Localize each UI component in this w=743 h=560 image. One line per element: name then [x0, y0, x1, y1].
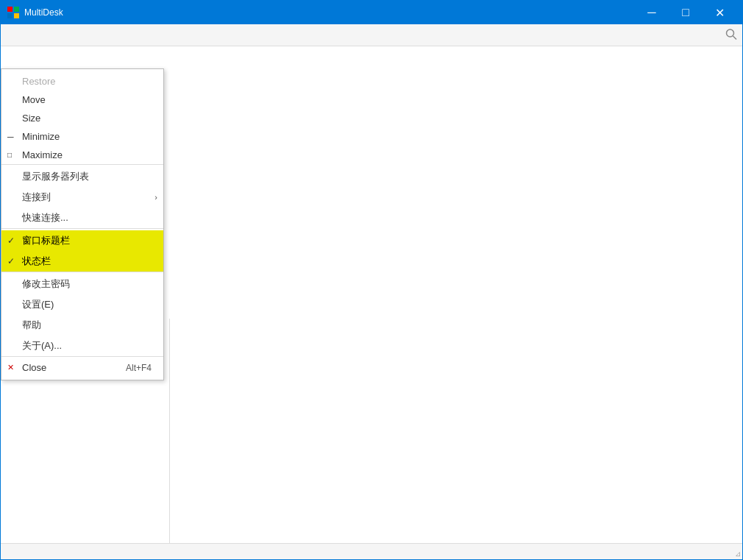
statusbar-check: ✓ — [7, 256, 15, 266]
menu-label-quick-connect: 快速连接... — [22, 211, 68, 224]
window-titlebar-check: ✓ — [7, 235, 15, 246]
menu-item-show-server-list[interactable]: 显示服务器列表 — [1, 166, 163, 187]
resize-handle[interactable]: ⊿ — [735, 550, 741, 558]
menu-label-maximize: Maximize — [22, 149, 63, 160]
main-window: MultiDesk ─ □ ✕ Restore Move — [0, 0, 743, 560]
connect-to-arrow: › — [154, 193, 157, 202]
maximize-check: □ — [7, 151, 12, 159]
menu-label-move: Move — [22, 94, 46, 105]
menu-item-maximize[interactable]: □ Maximize — [1, 146, 163, 165]
menu-item-connect-to[interactable]: 连接到 › — [1, 187, 163, 208]
menu-item-move[interactable]: Move — [1, 91, 163, 109]
toolbar — [1, 24, 742, 46]
titlebar: MultiDesk ─ □ ✕ — [1, 1, 742, 24]
menu-item-quick-connect[interactable]: 快速连接... — [1, 208, 163, 229]
search-icon[interactable] — [725, 27, 738, 43]
svg-point-4 — [727, 29, 734, 37]
context-menu: Restore Move Size ─ Minimize □ Maximize — [1, 68, 164, 380]
maximize-button[interactable]: □ — [669, 1, 703, 24]
menu-label-minimize: Minimize — [22, 131, 60, 142]
menu-item-about[interactable]: 关于(A)... — [1, 336, 163, 357]
svg-rect-0 — [7, 7, 13, 12]
close-button[interactable]: ✕ — [703, 1, 736, 24]
menu-label-help: 帮助 — [22, 319, 41, 332]
menu-item-minimize[interactable]: ─ Minimize — [1, 127, 163, 146]
svg-rect-2 — [7, 13, 13, 18]
main-area: Restore Move Size ─ Minimize □ Maximize — [1, 46, 742, 543]
close-shortcut: Alt+F4 — [111, 363, 152, 373]
menu-item-settings[interactable]: 设置(E) — [1, 294, 163, 315]
menu-item-close[interactable]: ✕ Close Alt+F4 — [1, 358, 163, 377]
svg-line-5 — [733, 36, 737, 40]
menu-label-connect-to: 连接到 — [22, 191, 51, 204]
menu-item-size[interactable]: Size — [1, 109, 163, 127]
app-icon — [7, 6, 20, 19]
minimize-check: ─ — [7, 132, 14, 142]
svg-rect-3 — [14, 13, 19, 18]
window-title: MultiDesk — [24, 7, 635, 18]
menu-item-change-password[interactable]: 修改主密码 — [1, 274, 163, 294]
window-controls: ─ □ ✕ — [635, 1, 736, 24]
svg-rect-1 — [14, 7, 19, 12]
menu-item-restore[interactable]: Restore — [1, 72, 163, 91]
menu-label-settings: 设置(E) — [22, 298, 54, 311]
menu-label-window-titlebar: 窗口标题栏 — [22, 234, 70, 247]
menu-label-statusbar: 状态栏 — [22, 255, 51, 268]
menu-label-close: Close — [22, 362, 46, 373]
menu-item-help[interactable]: 帮助 — [1, 315, 163, 336]
minimize-button[interactable]: ─ — [635, 1, 669, 24]
menu-label-size: Size — [22, 113, 40, 124]
menu-item-window-titlebar[interactable]: ✓ 窗口标题栏 — [1, 230, 163, 251]
close-x-icon: ✕ — [7, 363, 14, 372]
menu-label-about: 关于(A)... — [22, 339, 62, 352]
menu-label-show-server-list: 显示服务器列表 — [22, 170, 89, 183]
menu-label-restore: Restore — [22, 76, 56, 87]
menu-item-statusbar[interactable]: ✓ 状态栏 — [1, 251, 163, 272]
menu-label-change-password: 修改主密码 — [22, 277, 70, 291]
statusbar: ⊿ — [1, 543, 742, 559]
